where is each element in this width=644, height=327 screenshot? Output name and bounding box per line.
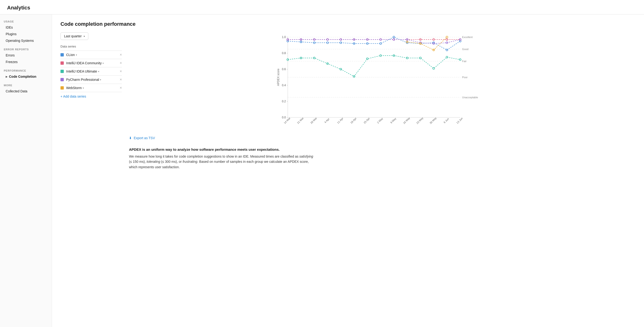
chevron-icon: ▾ xyxy=(76,54,77,56)
series-item-clion: CLion ▾× xyxy=(60,51,122,59)
series-remove-pycharm[interactable]: × xyxy=(120,78,122,82)
svg-rect-0 xyxy=(276,32,488,132)
chart-container: ExcellentGoodFairPoorUnacceptable0.00.20… xyxy=(129,32,636,170)
chevron-icon: ▾ xyxy=(83,87,84,89)
sidebar-item-label: Collected Data xyxy=(6,89,28,93)
sidebar-section-error-reports: ERROR REPORTS xyxy=(4,48,48,51)
series-name-webstorm[interactable]: WebStorm ▾ xyxy=(66,86,118,90)
svg-text:0.6: 0.6 xyxy=(282,68,286,71)
sidebar-item-label: Code Completion xyxy=(9,75,36,78)
svg-text:0.2: 0.2 xyxy=(282,100,286,103)
left-panel: Last quarter ▾ Data series CLion ▾×Intel… xyxy=(60,32,122,101)
svg-text:Poor: Poor xyxy=(462,76,468,79)
sidebar-item-label: Operating Systems xyxy=(6,39,34,42)
page-title: Code completion performance xyxy=(60,21,636,27)
svg-text:0.4: 0.4 xyxy=(282,84,286,87)
app-header: Analytics xyxy=(0,0,644,14)
sidebar-item-label: IDEs xyxy=(6,26,13,29)
app-title: Analytics xyxy=(7,5,637,11)
svg-text:0.8: 0.8 xyxy=(282,52,286,55)
series-name-intellij-ultimate[interactable]: IntelliJ IDEA Ultimate ▾ xyxy=(66,70,118,73)
svg-text:Fair: Fair xyxy=(462,60,466,62)
series-color-intellij-ultimate xyxy=(60,70,64,73)
info-title: APDEX is an uniform way to analyze how s… xyxy=(129,148,313,152)
sidebar: USAGEIDEsPluginsOperating SystemsERROR R… xyxy=(0,14,52,327)
series-color-clion xyxy=(60,53,64,56)
time-range-label: Last quarter xyxy=(64,34,82,38)
series-remove-clion[interactable]: × xyxy=(120,53,122,57)
svg-text:Excellent: Excellent xyxy=(462,36,473,38)
svg-text:0.0: 0.0 xyxy=(282,116,286,119)
sidebar-item-code-completion[interactable]: ▶Code Completion xyxy=(4,74,48,80)
series-color-pycharm xyxy=(60,78,64,81)
arrow-icon: ▶ xyxy=(6,75,8,78)
chevron-icon: ▾ xyxy=(100,78,101,81)
main-content: Code completion performance Last quarter… xyxy=(52,14,644,327)
svg-text:Good: Good xyxy=(462,48,468,50)
series-item-intellij-ultimate: IntelliJ IDEA Ultimate ▾× xyxy=(60,67,122,76)
export-tsv-button[interactable]: ⬇ Export as TSV xyxy=(129,136,636,140)
sidebar-item-freezes[interactable]: Freezes xyxy=(4,59,48,65)
sidebar-item-errors[interactable]: Errors xyxy=(4,52,48,58)
export-label: Export as TSV xyxy=(134,136,155,140)
series-item-webstorm: WebStorm ▾× xyxy=(60,84,122,92)
time-range-dropdown[interactable]: Last quarter ▾ xyxy=(60,32,88,40)
series-list: CLion ▾×IntelliJ IDEA Community ▾×Intell… xyxy=(60,50,122,92)
sidebar-item-collected-data[interactable]: Collected Data xyxy=(4,88,48,94)
sidebar-section-more: MORE xyxy=(4,84,48,87)
series-name-clion[interactable]: CLion ▾ xyxy=(66,53,118,57)
apdex-chart: ExcellentGoodFairPoorUnacceptable0.00.20… xyxy=(129,32,636,132)
chevron-icon: ▾ xyxy=(102,62,104,64)
series-name-pycharm[interactable]: PyCharm Professional ▾ xyxy=(66,78,118,82)
chart-wrap: ExcellentGoodFairPoorUnacceptable0.00.20… xyxy=(129,32,636,132)
chevron-icon: ▾ xyxy=(98,70,99,73)
series-item-pycharm: PyCharm Professional ▾× xyxy=(60,76,122,84)
sidebar-section-usage: USAGE xyxy=(4,20,48,23)
sidebar-item-operating-systems[interactable]: Operating Systems xyxy=(4,38,48,44)
sidebar-item-label: Freezes xyxy=(6,60,18,64)
chevron-down-icon: ▾ xyxy=(84,35,85,38)
series-color-webstorm xyxy=(60,86,64,90)
sidebar-item-label: Errors xyxy=(6,54,15,57)
series-remove-intellij-ultimate[interactable]: × xyxy=(120,70,122,73)
sidebar-item-label: Plugins xyxy=(6,32,16,36)
series-item-intellij-community: IntelliJ IDEA Community ▾× xyxy=(60,59,122,67)
series-remove-webstorm[interactable]: × xyxy=(120,86,122,90)
series-remove-intellij-community[interactable]: × xyxy=(120,61,122,65)
info-section: APDEX is an uniform way to analyze how s… xyxy=(129,148,313,170)
svg-text:APDEX score: APDEX score xyxy=(277,68,280,86)
sidebar-item-ides[interactable]: IDEs xyxy=(4,24,48,30)
svg-text:Unacceptable: Unacceptable xyxy=(462,96,478,99)
info-body: We measure how long it takes for code co… xyxy=(129,154,313,170)
svg-text:1.0: 1.0 xyxy=(282,36,286,39)
data-series-label: Data series xyxy=(60,45,122,48)
sidebar-item-plugins[interactable]: Plugins xyxy=(4,31,48,37)
add-series-button[interactable]: + Add data series xyxy=(60,92,122,101)
sidebar-section-performance: PERFORMANCE xyxy=(4,69,48,72)
series-name-intellij-community[interactable]: IntelliJ IDEA Community ▾ xyxy=(66,61,118,65)
series-color-intellij-community xyxy=(60,62,64,65)
download-icon: ⬇ xyxy=(129,136,132,140)
